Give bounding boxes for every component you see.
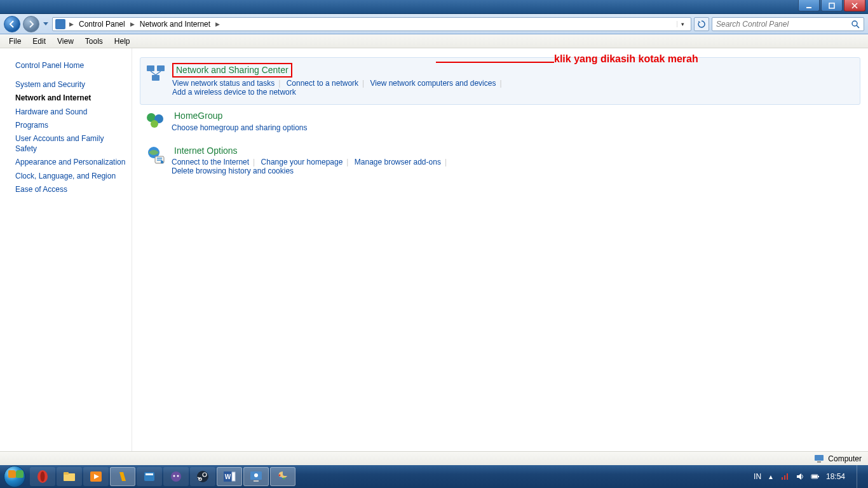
svg-point-2 [852,21,857,26]
tray-network-icon[interactable] [780,472,789,481]
svg-text:W: W [225,473,231,480]
group-internet-options: Internet Options Connect to the Internet… [140,140,860,184]
forward-button[interactable] [23,16,39,32]
sidebar-item-network-internet[interactable]: Network and Internet [15,93,126,103]
taskbar-word[interactable]: W [217,467,242,486]
chevron-right-icon[interactable]: ▶ [68,21,75,27]
link-change-homepage[interactable]: Change your homepage [261,158,343,166]
computer-icon [814,454,824,463]
group-title-homegroup[interactable]: HomeGroup [172,110,225,122]
menu-bar: File Edit View Tools Help [0,34,868,48]
sidebar-item-programs[interactable]: Programs [15,120,126,130]
svg-point-21 [171,471,181,482]
svg-point-15 [41,471,45,482]
taskbar-app-generic[interactable] [137,467,162,486]
svg-rect-3 [147,65,154,71]
tray-language[interactable]: IN [754,472,761,481]
navigation-bar: ▶ Control Panel ▶ Network and Internet ▶… [0,14,868,34]
breadcrumb-sub[interactable]: Network and Internet [139,20,212,29]
sidebar-item-system-security[interactable]: System and Security [15,79,126,90]
sidebar-item-user-accounts[interactable]: User Accounts and Family Safety [15,133,126,154]
group-title-internet-options[interactable]: Internet Options [172,145,240,157]
taskbar-pidgin[interactable] [163,467,189,486]
svg-point-35 [283,478,285,480]
taskbar-opera[interactable] [30,467,55,486]
taskbar: W IN ▲ 18:54 [0,465,868,488]
close-button[interactable] [844,0,865,11]
window-titlebar [0,0,868,14]
network-sharing-icon [146,63,166,83]
link-homegroup-options[interactable]: Choose homegroup and sharing options [172,123,307,132]
back-button[interactable] [4,16,20,32]
breadcrumb-root[interactable]: Control Panel [78,20,126,29]
taskbar-control-panel[interactable] [243,467,269,486]
tray-volume-icon[interactable] [796,472,804,481]
chevron-right-icon[interactable]: ▶ [129,21,136,27]
svg-rect-4 [157,65,165,71]
window-buttons [796,0,868,11]
system-tray: IN ▲ 18:54 [754,465,863,488]
search-input[interactable] [716,20,851,29]
show-desktop-button[interactable] [857,465,863,488]
maximize-button[interactable] [821,0,843,11]
status-label: Computer [828,454,862,463]
menu-edit[interactable]: Edit [27,36,51,47]
tray-show-hidden-icon[interactable]: ▲ [768,473,774,480]
status-bar: Computer [0,451,868,465]
svg-point-33 [279,475,281,477]
taskbar-mediaplayer[interactable] [83,467,109,486]
svg-rect-0 [806,7,811,8]
address-dropdown[interactable]: ▾ [677,21,688,27]
taskbar-winamp[interactable] [110,467,135,486]
sidebar-item-clock-language[interactable]: Clock, Language, and Region [15,171,126,181]
content-area: Control Panel Home System and Security N… [0,48,868,451]
internet-options-icon [145,145,165,165]
address-bar[interactable]: ▶ Control Panel ▶ Network and Internet ▶… [52,17,691,31]
group-title-network-sharing[interactable]: Network and Sharing Center [172,63,292,78]
svg-point-34 [280,477,282,479]
group-homegroup: HomeGroup Choose homegroup and sharing o… [140,105,860,140]
menu-file[interactable]: File [4,36,26,47]
taskbar-paint[interactable] [270,467,295,486]
homegroup-icon [145,110,165,130]
link-connect-internet[interactable]: Connect to the Internet [172,158,249,166]
svg-rect-31 [254,480,259,482]
svg-rect-38 [812,475,817,478]
minimize-button[interactable] [798,0,820,11]
menu-tools[interactable]: Tools [80,36,108,47]
nav-history-dropdown[interactable] [42,16,50,32]
svg-rect-13 [817,461,821,463]
annotation-line [436,62,554,63]
svg-point-32 [254,473,258,477]
taskbar-steam[interactable] [190,467,215,486]
start-button[interactable] [0,465,29,488]
control-panel-icon [55,19,65,29]
svg-rect-5 [152,75,159,81]
svg-rect-29 [232,472,235,481]
main-panel: klik yang dikasih kotak merah Network an… [132,48,868,451]
menu-help[interactable]: Help [109,36,135,47]
tray-clock[interactable]: 18:54 [826,472,845,481]
search-icon [851,20,860,29]
link-delete-history[interactable]: Delete browsing history and cookies [172,166,294,175]
tray-battery-icon[interactable] [811,472,820,481]
search-box[interactable] [712,17,864,31]
link-add-wireless-device[interactable]: Add a wireless device to the network [172,88,296,97]
chevron-right-icon[interactable]: ▶ [214,21,221,27]
link-view-network-computers[interactable]: View network computers and devices [370,79,496,88]
sidebar-item-hardware-sound[interactable]: Hardware and Sound [15,107,126,117]
link-connect-network[interactable]: Connect to a network [287,79,358,88]
menu-view[interactable]: View [52,36,79,47]
svg-rect-12 [815,455,824,461]
refresh-button[interactable] [694,17,709,31]
svg-rect-37 [818,476,819,477]
link-view-network-status[interactable]: View network status and tasks [172,79,275,88]
link-manage-addons[interactable]: Manage browser add-ons [355,158,441,166]
sidebar-home[interactable]: Control Panel Home [15,60,126,71]
sidebar-item-ease-of-access[interactable]: Ease of Access [15,184,126,194]
group-network-sharing: Network and Sharing Center View network … [140,57,860,105]
taskbar-explorer[interactable] [57,467,82,486]
sidebar-item-appearance[interactable]: Appearance and Personalization [15,157,126,167]
sidebar: Control Panel Home System and Security N… [0,48,132,451]
svg-point-22 [173,475,175,477]
